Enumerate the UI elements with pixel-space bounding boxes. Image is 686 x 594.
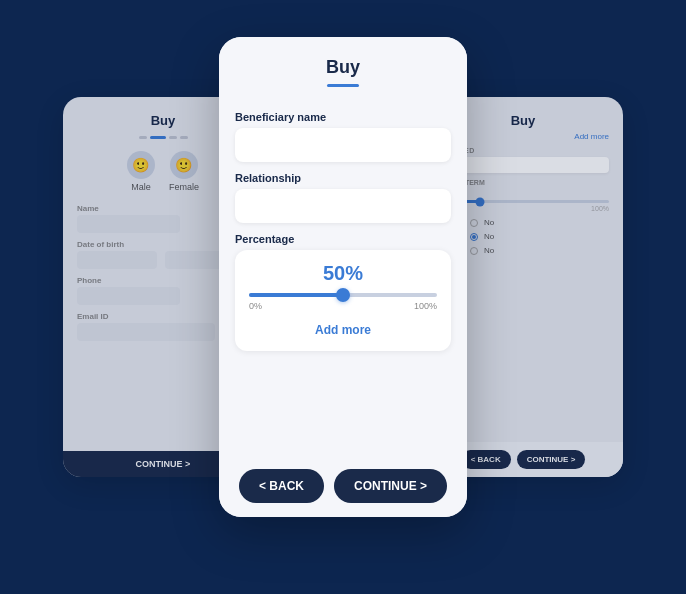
main-card-title: Buy bbox=[235, 57, 451, 78]
radio-no-label-1: No bbox=[484, 218, 494, 227]
policy-slider-thumb[interactable] bbox=[476, 197, 485, 206]
phone-input[interactable] bbox=[77, 287, 180, 305]
gender-female[interactable]: 🙂 Female bbox=[169, 151, 199, 192]
progress-dot-3 bbox=[169, 136, 177, 139]
right-continue-button[interactable]: CONTINUE > bbox=[517, 450, 586, 469]
percentage-value: 50% bbox=[249, 262, 437, 285]
beneficiary-input[interactable] bbox=[235, 128, 451, 162]
relationship-label: Relationship bbox=[235, 172, 451, 184]
name-input[interactable] bbox=[77, 215, 180, 233]
slider-max: 100% bbox=[591, 205, 609, 212]
percentage-slider[interactable] bbox=[249, 293, 437, 297]
beneficiary-label: Beneficiary name bbox=[235, 111, 451, 123]
main-card: Buy Beneficiary name Relationship Percen… bbox=[219, 37, 467, 517]
add-more-button[interactable]: Add more bbox=[249, 323, 437, 337]
percentage-label: Percentage bbox=[235, 233, 451, 245]
progress-dot-1 bbox=[139, 136, 147, 139]
main-card-header: Buy bbox=[219, 37, 467, 97]
slider-fill bbox=[249, 293, 343, 297]
slider-labels: 0% 100% bbox=[249, 301, 437, 311]
left-continue-button[interactable]: CONTINUE > bbox=[136, 459, 191, 469]
slider-min-label: 0% bbox=[249, 301, 262, 311]
slider-thumb[interactable] bbox=[336, 288, 350, 302]
radio-no-label-3: No bbox=[484, 246, 494, 255]
main-card-body: Beneficiary name Relationship Percentage… bbox=[219, 97, 467, 455]
right-back-button[interactable]: < BACK bbox=[461, 450, 511, 469]
female-label: Female bbox=[169, 182, 199, 192]
dob-day[interactable] bbox=[77, 251, 157, 269]
radio-no-3[interactable] bbox=[470, 247, 478, 255]
progress-dot-4 bbox=[180, 136, 188, 139]
female-icon: 🙂 bbox=[170, 151, 198, 179]
male-label: Male bbox=[131, 182, 151, 192]
male-icon: 🙂 bbox=[127, 151, 155, 179]
radio-no-2[interactable] bbox=[470, 233, 478, 241]
gender-male[interactable]: 🙂 Male bbox=[127, 151, 155, 192]
progress-dot-2 bbox=[150, 136, 166, 139]
radio-no-label-2: No bbox=[484, 232, 494, 241]
slider-track bbox=[249, 293, 437, 297]
back-button[interactable]: < BACK bbox=[239, 469, 324, 503]
relationship-input[interactable] bbox=[235, 189, 451, 223]
radio-no-1[interactable] bbox=[470, 219, 478, 227]
header-accent-bar bbox=[327, 84, 359, 87]
continue-button[interactable]: CONTINUE > bbox=[334, 469, 447, 503]
percentage-box: 50% 0% 100% Add more bbox=[235, 250, 451, 351]
main-card-footer: < BACK CONTINUE > bbox=[219, 455, 467, 517]
slider-max-label: 100% bbox=[414, 301, 437, 311]
email-input[interactable] bbox=[77, 323, 215, 341]
